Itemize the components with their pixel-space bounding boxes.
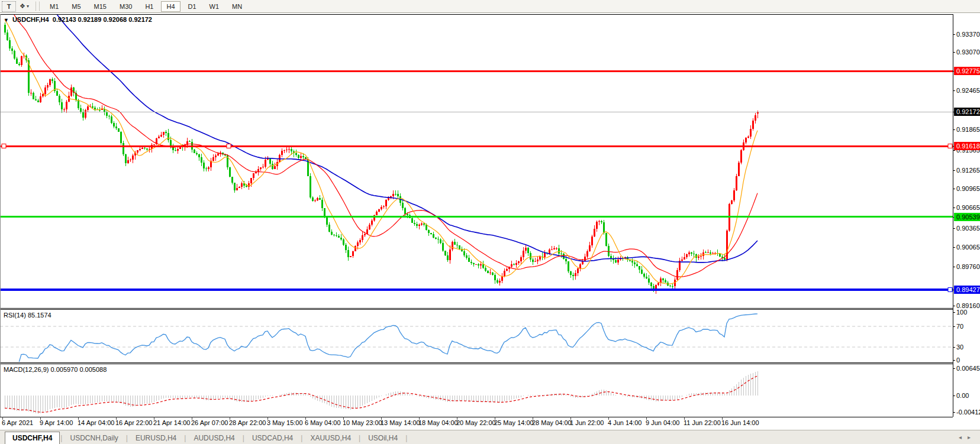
time-axis[interactable]: 6 Apr 20219 Apr 14:0014 Apr 04:0016 Apr … <box>2 417 759 426</box>
price-axis[interactable]: 0.933700.930700.924650.918650.915650.912… <box>953 31 980 416</box>
timeframe-toolbar: M1M5M15M30H1H4D1W1MN <box>43 1 249 12</box>
toolbar: T ❖ ▾ M1M5M15M30H1H4D1W1MN <box>0 0 980 13</box>
rsi-line <box>5 314 757 362</box>
time-axis-label: 26 Apr 07:00 <box>191 419 228 426</box>
price-tick-label: 0.90365 <box>956 225 980 232</box>
tab-usdcnhdaily[interactable]: USDCNH,Daily <box>63 432 125 444</box>
tab-eurusdh4[interactable]: EURUSD,H4 <box>128 432 183 444</box>
timeframe-button-h4[interactable]: H4 <box>161 1 180 12</box>
macd-indicator-label: MACD(12,26,9) 0.005970 0.005088 <box>4 366 107 373</box>
timeframe-button-h1[interactable]: H1 <box>140 1 159 12</box>
time-axis-label: 11 Jun 22:00 <box>684 419 721 426</box>
chart-tabs: USDCHF,H4|USDCNH,Daily|EURUSD,H4|AUDUSD,… <box>0 432 408 444</box>
time-axis-label: 13 May 14:00 <box>381 419 420 426</box>
time-axis-label: 14 Apr 04:00 <box>78 419 114 426</box>
candles-layer <box>4 22 759 294</box>
line-handle[interactable] <box>227 144 231 148</box>
time-axis-label: 16 Jun 14:00 <box>721 419 759 426</box>
time-axis-label: 25 May 14:00 <box>494 419 534 426</box>
price-tick-label: 0.89427 <box>956 286 980 293</box>
price-tick-label: 0.92465 <box>956 87 980 94</box>
timeframe-button-m15[interactable]: M15 <box>89 1 112 12</box>
time-axis-label: 4 Jun 14:00 <box>608 419 642 426</box>
price-tick-label: 0.91865 <box>956 126 980 133</box>
chart-menu-icon[interactable]: ▼ <box>4 17 9 23</box>
price-tick-label: 0.90965 <box>956 185 980 192</box>
toolbar-grip <box>36 2 40 11</box>
indicator-tick-label: 0.006451 <box>956 365 980 372</box>
tab-scroll-arrows[interactable]: ◂▸ <box>959 434 976 440</box>
price-tick-label: 0.90065 <box>956 244 980 251</box>
price-tick-label: 0.92775 <box>956 67 980 74</box>
timeframe-button-m30[interactable]: M30 <box>114 1 137 12</box>
time-axis-label: 21 Apr 14:00 <box>153 419 190 426</box>
price-tick-label: 0.91265 <box>956 167 980 174</box>
time-axis-label: 28 Apr 22:00 <box>229 419 266 426</box>
time-axis-label: 28 May 04:00 <box>532 419 572 426</box>
time-axis-label: 10 May 23:00 <box>343 419 382 426</box>
rsi-indicator-label: RSI(14) 85.1574 <box>4 312 51 319</box>
time-axis-label: 1 Jun 22:00 <box>570 419 604 426</box>
scroll-right-icon[interactable]: ▸ <box>968 434 976 440</box>
indicator-tick-label: 30 <box>956 343 963 351</box>
timeframe-button-w1[interactable]: W1 <box>204 1 225 12</box>
timeframe-button-d1[interactable]: D1 <box>183 1 202 12</box>
indicator-tick-label: 0.00 <box>956 392 969 399</box>
price-tick-label: 0.90539 <box>956 213 980 221</box>
dropdown-caret-icon: ▾ <box>27 4 29 9</box>
chart-canvas[interactable]: 0.933700.930700.924650.918650.915650.912… <box>0 0 980 444</box>
indicator-tick-label: 100 <box>956 309 967 316</box>
tab-separator: | <box>405 434 408 444</box>
chart-title: ▼USDCHF,H4 0.92143 0.92189 0.92068 0.921… <box>4 16 152 23</box>
timeframe-button-m5[interactable]: M5 <box>66 1 86 12</box>
indicator-tick-label: 0 <box>956 357 960 364</box>
time-axis-label: 6 May 04:00 <box>305 419 341 426</box>
text-tool-button[interactable]: T <box>2 1 16 12</box>
ma-fast-line <box>5 20 757 284</box>
ma-mid-line <box>5 2 757 277</box>
indicator-tick-label: 70 <box>956 323 963 330</box>
chart-title-text: USDCHF,H4 0.92143 0.92189 0.92068 0.9217… <box>12 16 152 23</box>
scroll-left-icon[interactable]: ◂ <box>959 434 968 440</box>
tab-usoilh4[interactable]: USOil,H4 <box>361 432 405 444</box>
macd-signal-line <box>5 376 757 413</box>
tab-usdcadh4[interactable]: USDCAD,H4 <box>245 432 300 444</box>
indicator-tick-label: -0.004129 <box>956 409 980 416</box>
timeframe-button-mn[interactable]: MN <box>227 1 247 12</box>
price-tick-label: 0.90665 <box>956 204 980 211</box>
time-axis-label: 16 Apr 22:00 <box>115 419 152 426</box>
price-tick-label: 0.91618 <box>956 142 980 150</box>
price-tick-label: 0.93370 <box>956 31 980 38</box>
tab-xauusdh4[interactable]: XAUUSD,H4 <box>303 432 358 444</box>
time-axis-label: 9 Jun 04:00 <box>646 419 680 426</box>
line-handle[interactable] <box>2 144 6 148</box>
price-tick-label: 0.89760 <box>956 263 980 270</box>
line-handle[interactable] <box>948 144 952 148</box>
shapes-icon: ❖ <box>20 2 25 10</box>
price-tick-label: 0.92172 <box>956 108 980 115</box>
shapes-tool-button[interactable]: ❖ ▾ <box>18 2 31 11</box>
chart-tabs-bar: USDCHF,H4|USDCNH,Daily|EURUSD,H4|AUDUSD,… <box>0 430 980 444</box>
time-axis-label: 9 Apr 14:00 <box>40 419 73 426</box>
line-handle[interactable] <box>948 288 952 292</box>
timeframe-button-m1[interactable]: M1 <box>44 1 64 12</box>
time-axis-label: 6 Apr 2021 <box>2 419 33 426</box>
tab-audusdh4[interactable]: AUDUSD,H4 <box>186 432 241 444</box>
time-axis-label: 20 May 22:00 <box>456 419 496 426</box>
price-tick-label: 0.93070 <box>956 48 980 56</box>
time-axis-label: 3 May 15:00 <box>267 419 303 426</box>
tab-usdchfh4[interactable]: USDCHF,H4 <box>5 432 60 444</box>
time-axis-label: 18 May 04:00 <box>418 419 458 426</box>
macd-histogram <box>5 371 757 413</box>
